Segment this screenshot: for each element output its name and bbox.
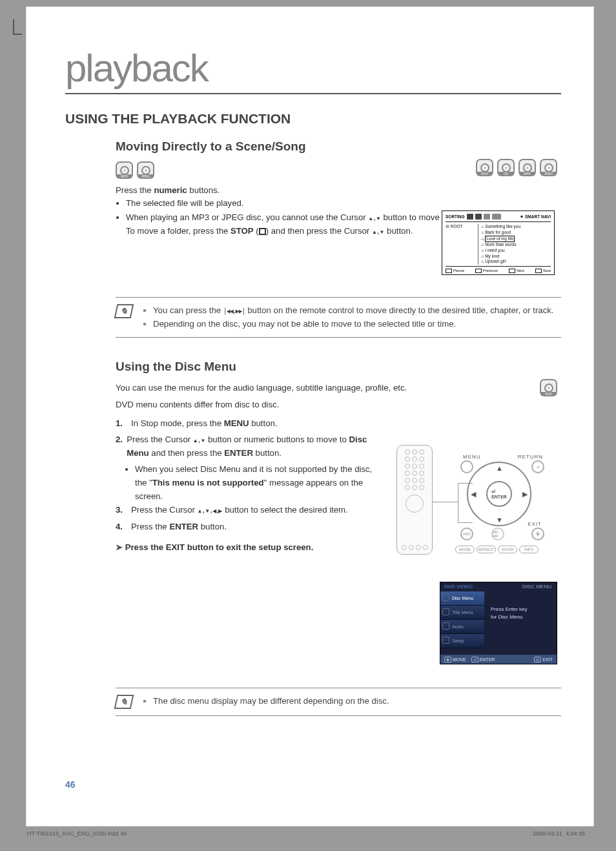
move-hint: ✥MOVE — [444, 657, 466, 662]
mp3-icon: MP3 — [116, 161, 133, 179]
exit-button[interactable]: ⦿ — [531, 528, 544, 540]
file-item: Something like you — [481, 224, 551, 230]
down-arrow-icon[interactable]: ▼ — [496, 516, 503, 524]
stop-control: Stop — [535, 269, 551, 273]
right-arrow-icon[interactable]: ▶ — [522, 490, 528, 498]
file-list: Something like you Back for good Love of… — [478, 224, 551, 265]
pause-control: Pause — [446, 269, 464, 273]
file-item: Back for good — [481, 230, 551, 236]
dvd-icon: DVD — [540, 379, 557, 396]
smart-navi-screenshot: SORTING ✦ SMART NAVI ⊖ ROOT Something li… — [442, 210, 555, 275]
menu-label: MENU — [463, 454, 481, 460]
disc-menu-screenshot: DVD VIDEO DISC MENU Disc Menu Title Menu… — [440, 582, 557, 664]
nav-ring: MENU RETURN ↶ ▲ ▼ ◀ ▶ ⏎ENTER ASC ⦿ EXIT … — [454, 455, 544, 546]
media-support-icons: DVD — [540, 379, 557, 396]
zoom-button[interactable]: ZOOM — [498, 546, 517, 553]
menu-button[interactable] — [460, 460, 473, 473]
step-2-sub: When you select Disc Menu and it is not … — [135, 462, 374, 503]
menu-header-right: DISC MENU — [522, 584, 551, 590]
asc-button[interactable]: ASC — [460, 528, 473, 540]
stop-icon — [259, 228, 266, 235]
menu-header-left: DVD VIDEO — [444, 584, 473, 590]
menu-tab-audio[interactable]: Audio — [440, 620, 484, 634]
scene-bullet: The selected file will be played. — [126, 197, 561, 210]
exit-hint: ⊡EXIT — [534, 657, 553, 662]
scene-title: Moving Directly to a Scene/Song — [116, 139, 561, 154]
cd-icon: CD — [497, 159, 515, 176]
remote-illustration: MENU RETURN ↶ ▲ ▼ ◀ ▶ ⏎ENTER ASC ⦿ EXIT … — [395, 444, 557, 560]
media-support-icons: DVD CD MP3 JPEG — [476, 159, 557, 176]
scene-intro: Press the numeric buttons. — [116, 184, 561, 197]
enter-hint: ⏎ENTER — [471, 657, 495, 662]
return-button[interactable]: ↶ — [531, 460, 544, 473]
enter-button[interactable]: ⏎ENTER — [486, 481, 512, 507]
mp3-icon: MP3 — [518, 159, 536, 176]
note-block: ✎ You can press the |◀◀,▶▶| button on th… — [116, 297, 561, 338]
disc-menu-desc: You can use the menus for the audio lang… — [116, 382, 561, 395]
file-item: I need you — [481, 248, 551, 254]
jpeg-icon: JPEG — [540, 159, 557, 176]
page-number: 46 — [65, 779, 76, 790]
step-3: 3.Press the Cursor ,,, button to select … — [116, 503, 374, 517]
footer-timestamp: 2008-03-21 ￼ 4:04:45 — [533, 830, 585, 837]
page-container: playback USING THE PLAYBACK FUNCTION DVD… — [26, 6, 594, 826]
menu-message: Press Enter keyfor Disc Menu — [491, 606, 527, 621]
step-2: 2.Press the Cursor , button or numeric b… — [116, 433, 374, 460]
note-item: The disc menu display may be different d… — [153, 695, 389, 708]
file-item: More than words — [481, 242, 551, 248]
file-item-selected: Love of my life — [481, 236, 551, 242]
remote-body — [396, 445, 433, 555]
note-icon: ✎ — [114, 695, 134, 709]
sd-hd-button[interactable]: SD HD — [491, 528, 504, 540]
menu-tab-setup[interactable]: Setup — [440, 634, 484, 648]
left-arrow-icon[interactable]: ◀ — [471, 490, 476, 498]
skip-back-icon: |◀◀ — [223, 307, 233, 314]
note-block: ✎ The disc menu display may be different… — [116, 688, 561, 716]
prev-control: Previous — [475, 269, 498, 273]
note-icon: ✎ — [114, 304, 134, 318]
footer-filename: HT-TWZ415_XAC_ENG_0320.indd 46 — [27, 830, 127, 837]
menu-tab-title[interactable]: Title Menu — [440, 606, 484, 620]
return-label: RETURN — [518, 454, 543, 460]
info-button[interactable]: INFO — [519, 546, 539, 553]
menu-tab-disc[interactable]: Disc Menu — [440, 591, 484, 606]
sorting-label: SORTING — [446, 214, 465, 219]
note-item: You can press the |◀◀,▶▶| button on the … — [153, 304, 554, 317]
section-title: USING THE PLAYBACK FUNCTION — [65, 111, 561, 127]
skip-forward-icon: ▶▶| — [236, 307, 245, 314]
mode-button[interactable]: MODE — [455, 546, 475, 553]
jpeg-icon: JPEG — [137, 161, 154, 179]
crop-mark — [14, 34, 22, 35]
file-item: My love — [481, 254, 551, 260]
root-folder: ⊖ ROOT — [446, 224, 475, 265]
up-arrow-icon[interactable]: ▲ — [496, 464, 503, 472]
next-control: Next — [509, 269, 524, 273]
note-item: Depending on the disc, you may not be ab… — [153, 318, 554, 331]
smart-navi-label: ✦ SMART NAVI — [520, 214, 551, 220]
step-1: 1.In Stop mode, press the MENU button. — [116, 416, 374, 430]
step-4: 4.Press the ENTER button. — [116, 520, 374, 533]
exit-label: EXIT — [528, 521, 542, 527]
effect-button[interactable]: EFFECT — [477, 546, 496, 553]
disc-menu-title: Using the Disc Menu — [116, 360, 561, 374]
disc-menu-desc2: DVD menu contents differ from disc to di… — [116, 398, 561, 411]
crop-mark — [13, 19, 14, 35]
chapter-title: playback — [65, 46, 561, 94]
file-item: Uptown girl — [481, 259, 551, 265]
dvd-icon: DVD — [476, 159, 493, 176]
